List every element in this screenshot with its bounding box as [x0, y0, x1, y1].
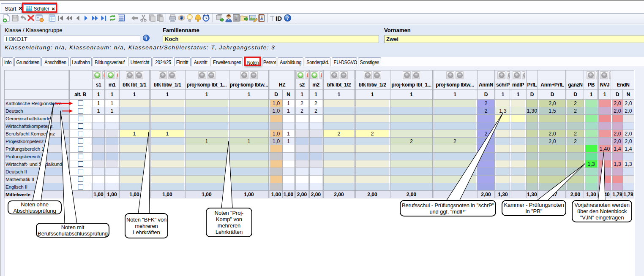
svg-text:TB: TB — [234, 15, 237, 18]
svg-text:i: i — [145, 35, 147, 41]
svg-text:?: ? — [287, 16, 289, 21]
